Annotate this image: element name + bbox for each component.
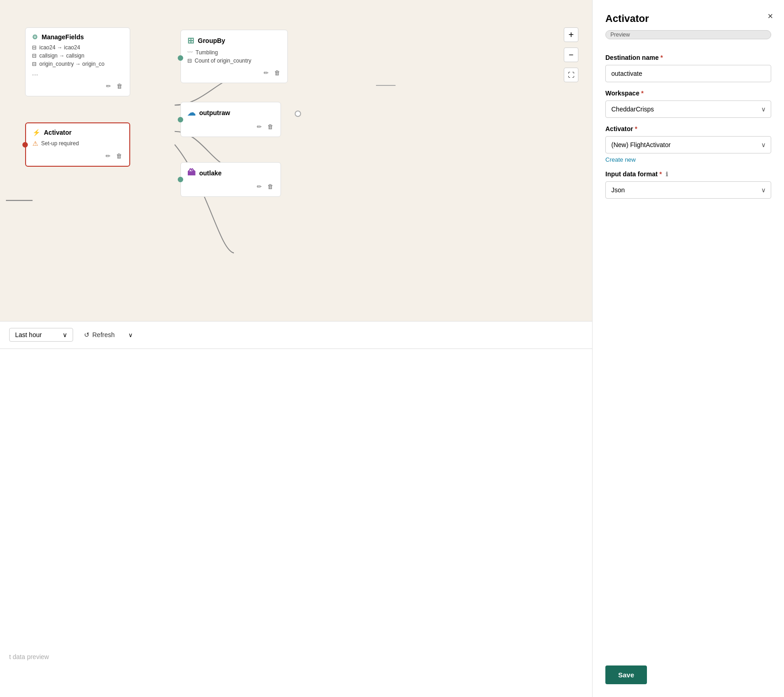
outlake-title: outlake (199, 169, 222, 177)
groupby-title: GroupBy (198, 37, 225, 44)
groupby-field-2: ⊟ Count of origin_country (187, 58, 281, 64)
outlake-node: 🏔 outlake ✏ 🗑 (180, 162, 281, 197)
time-range-label: Last hour (15, 331, 42, 338)
preview-badge: Preview (605, 30, 771, 39)
time-range-select[interactable]: Last hour ∨ (9, 328, 73, 342)
activator-title: Activator (44, 129, 72, 136)
save-label: Save (618, 671, 634, 679)
info-icon[interactable]: ℹ (666, 171, 668, 178)
create-new-link[interactable]: Create new (605, 156, 771, 163)
activator-node: ⚡ Activator ⚠ Set-up required ✏ 🗑 (25, 122, 130, 167)
data-preview-area: t data preview (0, 348, 592, 697)
input-format-select[interactable]: Json (605, 181, 771, 199)
activator-edit-btn[interactable]: ✏ (105, 152, 111, 160)
outputraw-icon: ☁ (187, 108, 196, 118)
zoom-controls: + − ⛶ (564, 27, 578, 82)
outlake-icon: 🏔 (187, 168, 196, 178)
lightning-icon: ⚡ (32, 129, 40, 136)
activator-select[interactable]: (New) FlightActivator (605, 136, 771, 153)
warning-icon: ⚠ (32, 140, 38, 147)
outputraw-delete-btn[interactable]: 🗑 (266, 122, 274, 131)
canvas-toolbar: Last hour ∨ ↺ Refresh ∨ (0, 321, 592, 348)
manage-fields-edit-btn[interactable]: ✏ (105, 82, 112, 90)
time-chevron-icon: ∨ (63, 331, 67, 338)
panel-title: Activator (605, 13, 771, 25)
workspace-select-wrapper: CheddarCrisps ∨ (605, 100, 771, 118)
close-icon: × (768, 11, 773, 21)
refresh-icon: ↺ (84, 331, 90, 338)
activator-select-wrapper: (New) FlightActivator ∨ (605, 136, 771, 153)
manage-fields-field-1: ⊟ icao24 → icao24 (32, 44, 123, 51)
refresh-chevron-btn[interactable]: ∨ (126, 329, 136, 341)
panel-close-btn[interactable]: × (768, 11, 773, 21)
data-preview-text: t data preview (9, 653, 49, 660)
manage-fields-field-3: ⊟ origin_country → origin_co (32, 61, 123, 67)
workspace-label: Workspace * (605, 90, 771, 97)
destination-name-input[interactable] (605, 65, 771, 82)
gear-icon: ⚙ (32, 33, 38, 41)
activator-warning: ⚠ Set-up required (32, 140, 123, 147)
destination-name-label: Destination name * (605, 54, 771, 61)
save-button[interactable]: Save (605, 665, 647, 684)
manage-fields-field-2: ⊟ callsign → callsign (32, 53, 123, 59)
outputraw-node: ☁ outputraw ✏ 🗑 (180, 102, 281, 137)
manage-fields-dots: ... (32, 69, 123, 77)
outlake-delete-btn[interactable]: 🗑 (266, 182, 274, 191)
groupby-edit-btn[interactable]: ✏ (263, 69, 270, 77)
outputraw-title: outputraw (199, 109, 230, 116)
manage-fields-node: ⚙ ManageFields ⊟ icao24 → icao24 ⊟ calls… (25, 27, 130, 96)
outputraw-edit-btn[interactable]: ✏ (256, 122, 263, 131)
refresh-button[interactable]: ↺ Refresh (79, 328, 120, 341)
manage-fields-delete-btn[interactable]: 🗑 (116, 82, 123, 90)
refresh-label: Refresh (92, 331, 115, 338)
activator-field-label: Activator * (605, 125, 771, 132)
zoom-in-btn[interactable]: + (564, 27, 578, 42)
workspace-select[interactable]: CheddarCrisps (605, 100, 771, 118)
groupby-field-1: 〰 Tumbling (187, 49, 281, 56)
input-format-label: Input data format * ℹ (605, 170, 771, 178)
input-format-select-wrapper: Json ∨ (605, 181, 771, 199)
outlake-edit-btn[interactable]: ✏ (256, 182, 263, 191)
groupby-delete-btn[interactable]: 🗑 (273, 69, 281, 77)
zoom-out-btn[interactable]: − (564, 48, 578, 62)
groupby-node: ⊞ GroupBy 〰 Tumbling ⊟ Count of origin_c… (180, 30, 288, 83)
activator-delete-btn[interactable]: 🗑 (115, 152, 123, 160)
activator-panel: × Activator Preview Destination name * W… (592, 0, 784, 697)
groupby-icon: ⊞ (187, 36, 194, 46)
manage-fields-title: ManageFields (42, 33, 84, 41)
zoom-expand-btn[interactable]: ⛶ (564, 68, 578, 82)
